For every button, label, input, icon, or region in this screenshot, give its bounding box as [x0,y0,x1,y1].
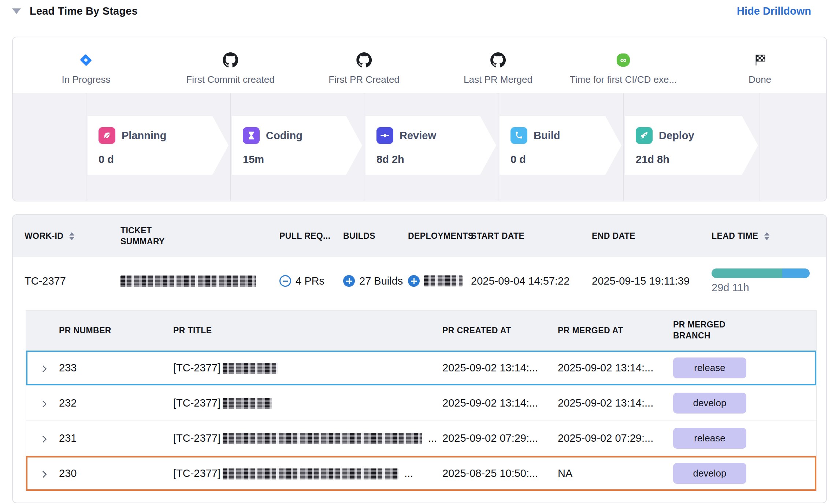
milestones-row: In Progress First Commit created First P… [13,37,826,93]
chevron-right-icon[interactable] [40,436,47,443]
redacted-text [120,275,256,287]
column-pr-title: PR TITLE [173,326,442,336]
builds-cell: 27 Builds [343,275,408,287]
deployments-cell [408,275,471,287]
drilldown-table-panel: WORK-ID TICKET SUMMARY PULL REQ... BUILD… [12,214,827,503]
page-header: Lead Time By Stages Hide Drilldown [12,5,811,17]
chevron-right-icon[interactable] [40,365,47,373]
column-ticket-summary: TICKET SUMMARY [120,225,181,247]
expand-plus-icon[interactable] [408,275,420,287]
lead-time-bar-segment [712,268,782,278]
pr-count: 4 PRs [296,275,324,287]
deploy-rocket-icon [636,127,653,144]
sort-icon[interactable] [69,232,74,240]
pr-table: PR NUMBER PR TITLE PR CREATED AT PR MERG… [26,310,817,491]
milestone-first-commit: First Commit created [186,49,274,85]
milestone-last-pr-merged: Last PR Merged [464,49,532,85]
start-date-value: 2025-09-04 14:57:22 [471,275,592,287]
chevron-right-icon[interactable] [40,471,47,478]
coding-hourglass-icon [243,127,260,144]
stage-duration: 0 d [99,153,229,166]
branch-badge: develop [673,393,746,414]
checkered-flag-icon [753,49,766,71]
planning-icon [99,127,115,144]
branch-badge: release [673,357,746,378]
hide-drilldown-link[interactable]: Hide Drilldown [737,5,811,17]
collapse-minus-icon[interactable] [279,275,291,287]
lead-time-value: 29d 11h [712,282,749,294]
pr-table-row[interactable]: 231 [TC-2377] ... 2025-09-02 07:29:... 2… [26,420,816,456]
collapse-triangle-icon[interactable] [12,8,21,14]
pr-table-row[interactable]: 232 [TC-2377] 2025-09-02 13:14:... 2025-… [26,385,816,420]
column-pr-merged-at: PR MERGED AT [558,326,673,336]
milestone-label: Last PR Merged [464,74,532,85]
pr-table-row[interactable]: 230 [TC-2377] ... 2025-08-25 10:50:... N… [26,456,816,491]
cicd-infinity-icon: ∞ [617,49,630,71]
stage-arrows-zone: Planning 0 d Coding 15m Review 8d 2h [13,93,826,201]
divider [86,93,86,201]
stage-name: Planning [122,130,166,142]
milestone-label: In Progress [62,74,111,85]
milestone-label: First PR Created [328,74,400,85]
pr-title: [TC-2377] [173,362,442,374]
column-pr-merged-branch: PR MERGED BRANCH [673,319,743,341]
lead-time-cell: 29d 11h [712,268,826,294]
stage-name: Deploy [659,130,694,142]
jira-issue-icon [79,49,93,71]
redacted-text [223,433,422,444]
pr-table-header: PR NUMBER PR TITLE PR CREATED AT PR MERG… [26,311,816,350]
branch-badge: release [673,428,746,449]
pr-merged-at: 2025-09-02 07:29:... [558,432,673,444]
milestone-first-pr: First PR Created [328,49,400,85]
lead-time-stages-panel: In Progress First Commit created First P… [12,37,827,201]
stage-duration: 15m [243,153,362,166]
review-commit-icon [376,127,393,144]
pr-merged-at: 2025-09-02 13:14:... [558,362,673,374]
stage-build: Build 0 d [500,116,621,175]
github-icon [356,49,372,71]
expand-plus-icon[interactable] [343,275,355,287]
build-count: 27 Builds [359,275,403,287]
lead-time-bar [712,268,810,278]
work-id-value: TC-2377 [25,275,120,287]
sort-icon[interactable] [764,232,769,240]
pr-number: 232 [59,397,173,409]
stage-deploy: Deploy 21d 8h [625,116,758,175]
pr-merged-at: NA [558,467,673,479]
column-builds: BUILDS [343,231,408,241]
pr-number: 230 [59,467,173,479]
ticket-summary-redacted [120,275,279,287]
milestone-label: Time for first CI/CD exe... [570,74,677,85]
milestone-in-progress: In Progress [62,49,111,85]
work-table-row[interactable]: TC-2377 4 PRs 27 Builds 2025-09-04 14:57… [13,257,826,305]
github-icon [223,49,238,71]
stage-duration: 8d 2h [376,153,496,166]
stage-planning: Planning 0 d [88,116,229,175]
stage-name: Review [400,130,436,142]
pr-title: [TC-2377] [173,397,442,409]
stage-coding: Coding 15m [232,116,362,175]
redacted-text [223,398,272,409]
chevron-right-icon[interactable] [40,400,47,408]
column-pull-requests: PULL REQ... [279,231,343,241]
divider [760,93,760,201]
lead-time-bar-segment [782,268,810,278]
pr-number: 233 [59,362,173,374]
redacted-text [223,363,278,374]
build-branch-icon [511,127,527,144]
pull-requests-cell: 4 PRs [279,275,343,287]
divider [230,93,231,201]
pr-table-row[interactable]: 233 [TC-2377] 2025-09-02 13:14:... 2025-… [26,350,816,385]
pr-created-at: 2025-09-02 07:29:... [442,432,558,444]
pr-created-at: 2025-09-02 13:14:... [442,362,558,374]
pr-title: [TC-2377] ... [173,467,442,479]
column-start-date: START DATE [471,231,592,241]
pr-title: [TC-2377] ... [173,432,442,444]
milestone-cicd: ∞ Time for first CI/CD exe... [570,49,677,85]
end-date-value: 2025-09-15 19:11:39 [592,275,712,287]
branch-badge: develop [673,463,746,484]
stage-review: Review 8d 2h [365,116,496,175]
stage-name: Build [534,130,560,142]
column-lead-time: LEAD TIME [712,231,826,241]
pr-created-at: 2025-09-02 13:14:... [442,397,558,409]
